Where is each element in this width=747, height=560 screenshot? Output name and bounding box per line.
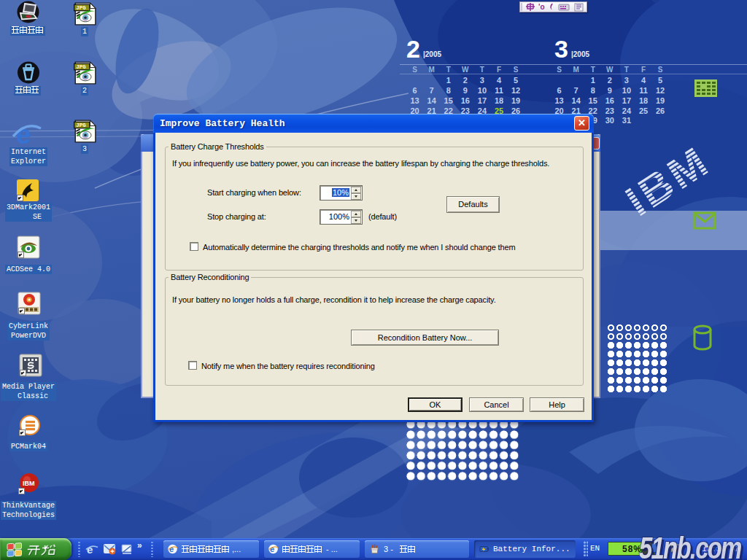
- svg-text:e: e: [270, 545, 274, 553]
- svg-text:'ο: 'ο: [538, 3, 545, 11]
- svg-text:IBM: IBM: [23, 480, 35, 487]
- svg-text:e: e: [87, 543, 93, 556]
- svg-text:e: e: [16, 120, 31, 149]
- svg-text:e: e: [169, 545, 174, 553]
